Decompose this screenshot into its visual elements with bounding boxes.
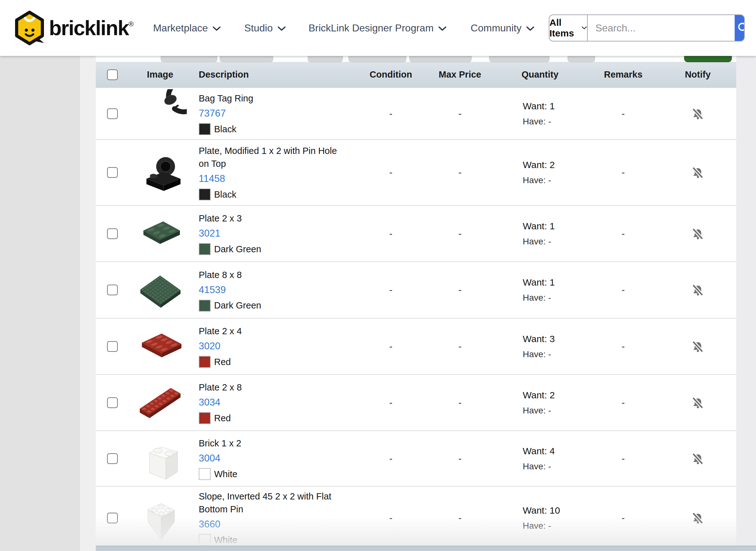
bricklink-wanted-list-page: bricklink® Marketplace Studio BrickLink …: [0, 0, 756, 551]
part-name: Plate 8 x 8: [199, 268, 349, 282]
chevron-down-icon: [277, 26, 286, 31]
cutoff-toolbar-button[interactable]: [489, 56, 549, 62]
cutoff-toolbar-button[interactable]: [348, 56, 406, 62]
part-image-plate-8x8[interactable]: [129, 266, 192, 315]
part-image-plate-modified-1x2-pin-hole[interactable]: [129, 148, 192, 197]
row-checkbox[interactable]: [107, 285, 118, 295]
part-description: Plate 2 x 8 3034 Red: [192, 381, 355, 424]
notify-bell-off-button[interactable]: [691, 166, 705, 179]
part-number-link[interactable]: 41539: [199, 284, 226, 296]
part-image-brick-1x2[interactable]: [129, 434, 192, 483]
part-image-plate-2x8[interactable]: [129, 378, 192, 427]
want-quantity: Want: 3: [523, 334, 587, 344]
row-checkbox[interactable]: [107, 167, 118, 178]
table-row: Bag Tag Ring 73767 Black - - Want: 1 Hav…: [96, 87, 736, 139]
row-checkbox[interactable]: [107, 228, 118, 239]
table-row: Plate 2 x 3 3021 Dark Green - - Want: 1 …: [96, 205, 736, 261]
quantity-cell: Want: 10 Have: -: [493, 505, 587, 531]
table-row: Slope, Inverted 45 2 x 2 with Flat Botto…: [96, 486, 736, 549]
cutoff-toolbar-button[interactable]: [220, 56, 273, 62]
horizontal-scrollbar[interactable]: [96, 546, 756, 551]
remarks-value: -: [587, 108, 659, 119]
nav-item-studio[interactable]: Studio: [244, 22, 286, 34]
part-number-link[interactable]: 73767: [199, 108, 226, 119]
bricklink-logo[interactable]: bricklink®: [14, 11, 133, 45]
part-render: [133, 209, 187, 258]
table-row: Plate, Modified 1 x 2 with Pin Hole on T…: [96, 139, 736, 205]
part-name: Bag Tag Ring: [199, 92, 349, 105]
notify-bell-off-button[interactable]: [691, 284, 705, 297]
right-scroll-gutter: [736, 56, 756, 546]
notify-bell-off-button[interactable]: [691, 340, 705, 353]
column-header-remarks: Remarks: [587, 69, 659, 80]
color-name: Black: [214, 189, 236, 200]
remarks-value: -: [587, 167, 659, 178]
have-quantity: Have: -: [523, 293, 587, 303]
color-swatch: [199, 468, 211, 480]
nav-item-marketplace[interactable]: Marketplace: [153, 22, 221, 34]
search-input[interactable]: [588, 15, 735, 41]
have-quantity: Have: -: [523, 521, 587, 531]
nav-label: Studio: [244, 22, 273, 34]
color-swatch: [199, 300, 211, 312]
have-quantity: Have: -: [523, 462, 587, 472]
notify-bell-off-button[interactable]: [691, 511, 705, 525]
quantity-cell: Want: 2 Have: -: [493, 159, 587, 185]
remarks-value: -: [587, 341, 659, 352]
search-category-label: All Items: [549, 17, 576, 39]
part-description: Brick 1 x 2 3004 White: [192, 437, 355, 480]
cutoff-toolbar-button[interactable]: [568, 56, 595, 62]
part-render: [133, 266, 187, 315]
quantity-cell: Want: 1 Have: -: [493, 101, 587, 127]
have-quantity: Have: -: [523, 175, 587, 185]
row-checkbox[interactable]: [107, 453, 118, 464]
quantity-cell: Want: 1 Have: -: [493, 221, 587, 246]
chevron-down-icon: [212, 26, 221, 31]
color-swatch: [199, 123, 211, 135]
cutoff-toolbar-button[interactable]: [409, 56, 472, 62]
notify-bell-off-button[interactable]: [691, 107, 705, 120]
part-number-link[interactable]: 3660: [199, 519, 220, 530]
search-icon: [737, 21, 745, 35]
row-checkbox[interactable]: [107, 513, 118, 523]
part-number-link[interactable]: 3004: [199, 453, 220, 464]
cutoff-toolbar-button[interactable]: [308, 56, 343, 62]
nav-label: BrickLink Designer Program: [309, 22, 434, 34]
cutoff-green-action-button[interactable]: [684, 56, 732, 62]
part-description: Plate 2 x 4 3020 Red: [192, 325, 355, 368]
part-number-link[interactable]: 3021: [199, 228, 220, 239]
notify-bell-off-button[interactable]: [691, 452, 705, 465]
max-price-value: -: [427, 453, 493, 464]
notify-bell-off-button[interactable]: [691, 227, 705, 240]
part-image-slope-inverted-2x2[interactable]: [129, 494, 192, 543]
nav-item-designer-program[interactable]: BrickLink Designer Program: [309, 22, 447, 34]
remarks-value: -: [587, 285, 659, 295]
table-row: Brick 1 x 2 3004 White - - Want: 4 Have:…: [96, 430, 736, 486]
part-image-bag-tag-ring[interactable]: [129, 89, 192, 138]
row-checkbox[interactable]: [107, 397, 118, 408]
nav-item-community[interactable]: Community: [471, 22, 535, 34]
color-name: White: [214, 535, 237, 545]
part-image-plate-2x4[interactable]: [129, 322, 192, 371]
cutoff-toolbar-button[interactable]: [161, 56, 217, 62]
notify-bell-off-button[interactable]: [691, 396, 705, 409]
select-all-checkbox[interactable]: [107, 69, 118, 80]
part-number-link[interactable]: 11458: [199, 173, 225, 184]
column-header-description: Description: [192, 69, 355, 80]
part-image-plate-2x3[interactable]: [129, 209, 192, 258]
row-checkbox[interactable]: [107, 108, 118, 119]
part-number-link[interactable]: 3020: [199, 341, 220, 352]
max-price-value: -: [427, 285, 493, 295]
search-category-dropdown[interactable]: All Items: [549, 15, 588, 41]
chevron-down-icon: [438, 26, 447, 31]
column-header-max-price: Max Price: [427, 69, 493, 80]
row-checkbox[interactable]: [107, 341, 118, 352]
table-row: Plate 2 x 8 3034 Red - - Want: 2 Have: -…: [96, 374, 736, 430]
max-price-value: -: [427, 108, 493, 119]
want-quantity: Want: 1: [523, 101, 587, 111]
logo-wordmark: bricklink®: [49, 16, 133, 40]
part-number-link[interactable]: 3034: [199, 397, 220, 408]
part-name: Plate 2 x 4: [199, 325, 349, 338]
part-render: [133, 434, 187, 483]
search-button[interactable]: [735, 15, 745, 41]
